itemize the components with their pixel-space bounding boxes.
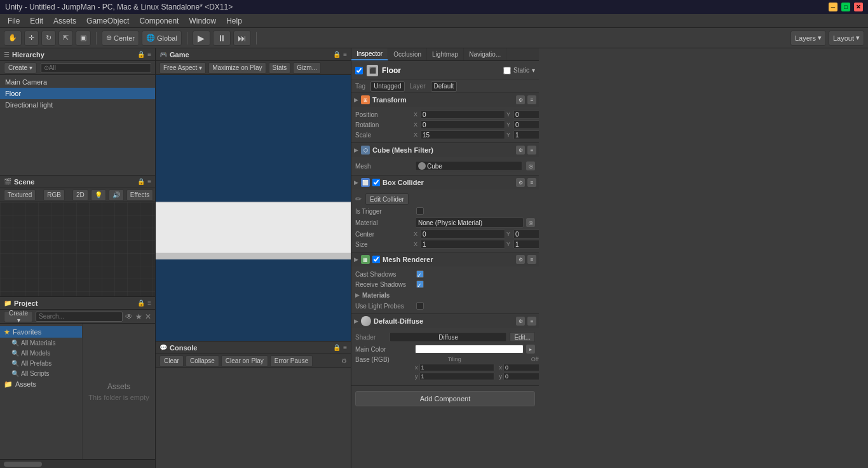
layer-dropdown[interactable]: Default xyxy=(431,81,458,92)
game-menu-icon[interactable]: ≡ xyxy=(343,51,347,58)
tree-item-assets[interactable]: 📁 Assets xyxy=(0,378,82,390)
textured-button[interactable]: Textured xyxy=(4,189,36,201)
cast-shadows-checkbox[interactable]: ✓ xyxy=(416,270,424,278)
clear-on-play-button[interactable]: Clear on Play xyxy=(221,355,268,367)
free-aspect-dropdown[interactable]: Free Aspect ▾ xyxy=(159,62,206,74)
scene-canvas[interactable]: X Y Z ◂ Persp xyxy=(0,202,155,296)
tree-item-allmaterials[interactable]: 🔍 All Materials xyxy=(0,338,82,348)
material-header[interactable]: ▶ Default-Diffuse ⚙ ≡ xyxy=(351,314,539,328)
mesh-filter-more-btn[interactable]: ≡ xyxy=(527,146,536,155)
lighting-button[interactable]: 💡 xyxy=(91,189,106,201)
tree-item-allmodels[interactable]: 🔍 All Models xyxy=(0,348,82,358)
stats-button[interactable]: Stats xyxy=(269,62,291,74)
menu-window[interactable]: Window xyxy=(184,15,221,27)
scale-x-input[interactable] xyxy=(421,130,505,139)
collider-material-select-btn[interactable]: ◎ xyxy=(526,218,535,227)
mesh-renderer-header[interactable]: ▶ ▦ Mesh Renderer ⚙ ≡ xyxy=(351,252,539,266)
eyeball-icon[interactable]: 👁 xyxy=(125,312,133,321)
clear-button[interactable]: Clear xyxy=(159,355,184,367)
mesh-renderer-more-btn[interactable]: ≡ xyxy=(527,255,536,264)
menu-assets[interactable]: Assets xyxy=(48,15,81,27)
hierarchy-search-input[interactable] xyxy=(41,63,151,73)
tag-dropdown[interactable]: Untagged xyxy=(370,81,404,92)
transform-header[interactable]: ▶ ⊞ Transform ⚙ ≡ xyxy=(351,93,539,107)
rect-tool-button[interactable]: ▣ xyxy=(76,31,91,46)
tab-navigation[interactable]: Navigatio... xyxy=(464,48,506,60)
project-lock-icon[interactable]: 🔒 xyxy=(137,299,145,306)
effects-button[interactable]: Effects xyxy=(126,189,153,201)
receive-shadows-checkbox[interactable]: ✓ xyxy=(416,280,424,288)
edit-collider-button[interactable]: Edit Collider xyxy=(365,193,409,205)
project-scrollbar[interactable] xyxy=(0,459,155,468)
tab-inspector[interactable]: Inspector xyxy=(351,48,388,60)
menu-gameobject[interactable]: GameObject xyxy=(81,15,134,27)
menu-edit[interactable]: Edit xyxy=(25,15,48,27)
transform-more-btn[interactable]: ≡ xyxy=(527,95,536,104)
position-y-input[interactable] xyxy=(513,110,539,119)
maximize-button[interactable]: □ xyxy=(841,3,850,11)
layers-dropdown[interactable]: Layers ▾ xyxy=(790,31,826,46)
shader-edit-button[interactable]: Edit... xyxy=(510,332,535,342)
static-dropdown-icon[interactable]: ▾ xyxy=(532,67,535,74)
menu-file[interactable]: File xyxy=(3,15,25,27)
minimize-button[interactable]: ─ xyxy=(829,3,837,11)
box-collider-more-btn[interactable]: ≡ xyxy=(527,178,536,187)
rotation-y-input[interactable] xyxy=(513,120,539,129)
game-lock-icon[interactable]: 🔒 xyxy=(333,51,341,58)
mesh-filter-header[interactable]: ▶ ⬡ Cube (Mesh Filter) ⚙ ≡ xyxy=(351,143,539,157)
box-collider-enabled-checkbox[interactable] xyxy=(372,179,380,186)
tree-item-allprefabs[interactable]: 🔍 All Prefabs xyxy=(0,358,82,368)
add-component-button[interactable]: Add Component xyxy=(355,391,535,406)
scene-lock-icon[interactable]: 🔒 xyxy=(137,178,145,185)
offset-y-input[interactable] xyxy=(503,373,539,380)
step-button[interactable]: ⏭ xyxy=(233,31,251,46)
offset-x-input[interactable] xyxy=(503,364,539,371)
console-lock-icon[interactable]: 🔒 xyxy=(333,344,341,351)
audio-button[interactable]: 🔊 xyxy=(109,189,124,201)
star-filter-icon[interactable]: ★ xyxy=(135,312,142,321)
transform-settings-btn[interactable]: ⚙ xyxy=(516,95,525,104)
collapse-button[interactable]: Collapse xyxy=(186,355,219,367)
center-y-input[interactable] xyxy=(513,230,539,238)
hierarchy-create-button[interactable]: Create ▾ xyxy=(4,62,37,74)
hierarchy-menu-icon[interactable]: ≡ xyxy=(147,51,151,58)
material-settings-btn[interactable]: ⚙ xyxy=(516,317,525,326)
2d-button[interactable]: 2D xyxy=(72,189,88,201)
rgb-button[interactable]: RGB xyxy=(43,189,65,201)
menu-help[interactable]: Help xyxy=(221,15,247,27)
mesh-filter-settings-btn[interactable]: ⚙ xyxy=(516,146,525,155)
hierarchy-lock-icon[interactable]: 🔒 xyxy=(137,51,145,58)
box-collider-header[interactable]: ▶ ⬜ Box Collider ⚙ ≡ xyxy=(351,176,539,189)
mesh-select-btn[interactable]: ◎ xyxy=(526,162,535,170)
mesh-renderer-enabled-checkbox[interactable] xyxy=(372,256,380,263)
hierarchy-item-maincamera[interactable]: Main Camera xyxy=(0,76,155,88)
hierarchy-item-directionallight[interactable]: Directional light xyxy=(0,99,155,111)
shader-dropdown[interactable]: Diffuse xyxy=(390,332,507,342)
project-menu-icon[interactable]: ≡ xyxy=(147,299,151,306)
close-button[interactable]: ✕ xyxy=(854,3,863,11)
global-dropdown[interactable]: 🌐 Global xyxy=(142,31,182,46)
rotate-tool-button[interactable]: ↻ xyxy=(41,31,56,46)
console-options-icon[interactable]: ⚙ xyxy=(341,357,347,364)
layout-dropdown[interactable]: Layout ▾ xyxy=(829,31,864,46)
static-checkbox[interactable] xyxy=(503,67,511,74)
center-x-input[interactable] xyxy=(421,230,505,238)
use-light-probes-checkbox[interactable] xyxy=(416,302,424,310)
position-x-input[interactable] xyxy=(421,110,505,119)
pause-button[interactable]: ⏸ xyxy=(213,31,231,46)
rotation-x-input[interactable] xyxy=(421,120,505,129)
project-create-button[interactable]: Create ▾ xyxy=(4,311,33,322)
size-x-input[interactable] xyxy=(421,240,505,249)
tab-lightmap[interactable]: Lightmap xyxy=(427,48,464,60)
gizmos-game-button[interactable]: Gizm... xyxy=(293,62,321,74)
size-y-input[interactable] xyxy=(513,240,539,249)
tab-occlusion[interactable]: Occlusion xyxy=(388,48,427,60)
play-button[interactable]: ▶ xyxy=(193,31,210,46)
obj-active-checkbox[interactable] xyxy=(355,67,363,74)
menu-component[interactable]: Component xyxy=(134,15,184,27)
console-menu-icon[interactable]: ≡ xyxy=(343,344,347,351)
hand-tool-button[interactable]: ✋ xyxy=(4,31,22,46)
scale-tool-button[interactable]: ⇱ xyxy=(58,31,73,46)
error-pause-button[interactable]: Error Pause xyxy=(270,355,313,367)
maximize-on-play-button[interactable]: Maximize on Play xyxy=(208,62,266,74)
